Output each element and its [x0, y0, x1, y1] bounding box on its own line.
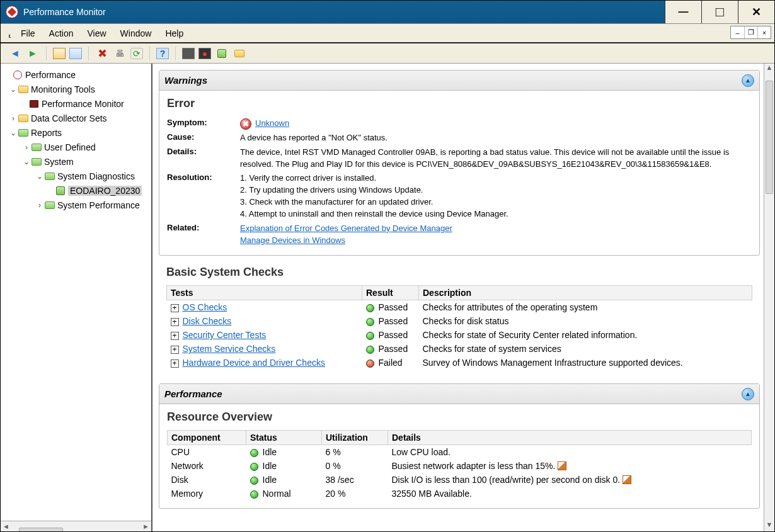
- table-row: MemoryNormal20 %32550 MB Available.: [168, 487, 752, 501]
- status-led-icon: [366, 318, 374, 326]
- error-heading: Error: [167, 97, 752, 110]
- resource-overview-table: Component Status Utilization Details CPU…: [167, 430, 752, 501]
- table-row: +Disk ChecksPassedChecks for disk status: [167, 314, 752, 328]
- open-folder-icon[interactable]: [233, 47, 246, 60]
- basic-checks-title: Basic System Checks: [166, 266, 752, 279]
- status-led-icon: [250, 449, 258, 457]
- delete-icon[interactable]: ✖: [95, 47, 109, 60]
- menu-view[interactable]: View: [87, 28, 106, 38]
- status-led-icon: [366, 304, 374, 312]
- vertical-scrollbar[interactable]: ▲▼: [764, 64, 774, 531]
- menu-file[interactable]: File: [21, 28, 35, 38]
- minimize-button[interactable]: —: [665, 1, 701, 23]
- forward-icon[interactable]: ►: [26, 47, 40, 60]
- show-hide-tree-icon[interactable]: [53, 48, 66, 59]
- basic-checks-panel: Basic System Checks Tests Result Descrip…: [159, 262, 760, 377]
- check-link[interactable]: OS Checks: [183, 302, 227, 312]
- window-title: Performance Monitor: [23, 7, 665, 17]
- collapse-icon[interactable]: ▲: [742, 74, 754, 87]
- table-row: +System Service ChecksPassedChecks for s…: [167, 342, 752, 356]
- system-menu-icon[interactable]: ⸤: [8, 28, 11, 38]
- tree-system[interactable]: ⌄System: [3, 154, 149, 169]
- basic-checks-table: Tests Result Description +OS ChecksPasse…: [166, 285, 752, 370]
- mdi-minimize-button[interactable]: –: [731, 26, 744, 38]
- table-row: CPUIdle6 %Low CPU load.: [168, 445, 752, 460]
- title-bar: Performance Monitor — □ ✕: [1, 1, 774, 23]
- tree-user-defined[interactable]: ›User Defined: [3, 140, 149, 154]
- check-link[interactable]: Security Center Tests: [183, 330, 267, 340]
- tree-monitoring-tools[interactable]: ⌄Monitoring Tools: [3, 82, 149, 96]
- print-icon[interactable]: 🖶: [113, 47, 127, 60]
- expand-icon[interactable]: +: [171, 332, 179, 340]
- related-link-1[interactable]: Explanation of Error Codes Generated by …: [240, 224, 452, 233]
- expand-icon[interactable]: +: [171, 304, 179, 312]
- stop-icon[interactable]: [182, 48, 195, 59]
- check-link[interactable]: Hardware Device and Driver Checks: [183, 358, 325, 368]
- record-icon[interactable]: ●: [198, 48, 211, 59]
- check-link[interactable]: System Service Checks: [183, 344, 276, 354]
- status-led-icon: [250, 490, 258, 499]
- status-led-icon: [250, 477, 258, 485]
- tree-root[interactable]: Performance: [3, 67, 149, 82]
- tree-reports[interactable]: ⌄Reports: [3, 125, 149, 140]
- symptom-link[interactable]: Unknown: [255, 118, 289, 128]
- expand-icon[interactable]: +: [171, 359, 179, 368]
- table-row: NetworkIdle0 %Busiest network adapter is…: [168, 459, 752, 473]
- help-icon[interactable]: ?: [156, 48, 169, 59]
- tree-system-diagnostics[interactable]: ⌄System Diagnostics: [3, 169, 149, 183]
- error-icon: ✖: [240, 118, 251, 130]
- menu-bar: ⸤ File Action View Window Help – ❐ ×: [1, 23, 774, 43]
- warnings-title: Warnings: [164, 75, 207, 86]
- toolbar: ◄ ► ✖ 🖶 ⟳ ? ●: [1, 43, 774, 64]
- check-link[interactable]: Disk Checks: [183, 316, 232, 326]
- menu-window[interactable]: Window: [120, 28, 152, 38]
- resource-overview-title: Resource Overview: [167, 410, 752, 424]
- mdi-restore-button[interactable]: ❐: [744, 26, 757, 38]
- tree-system-performance[interactable]: ›System Performance: [3, 198, 149, 212]
- related-link-2[interactable]: Manage Devices in Windows: [240, 235, 345, 245]
- back-icon[interactable]: ◄: [8, 47, 22, 60]
- expand-icon[interactable]: +: [171, 346, 179, 354]
- tree-perfmon[interactable]: Performance Monitor: [3, 96, 149, 111]
- menu-action[interactable]: Action: [49, 28, 74, 38]
- report-icon[interactable]: [215, 47, 229, 60]
- tree-selected-report[interactable]: EODAIRO_20230: [3, 183, 149, 198]
- table-row: +OS ChecksPassedChecks for attributes of…: [167, 300, 752, 315]
- performance-title: Performance: [164, 388, 222, 399]
- app-icon: [6, 6, 18, 18]
- properties-icon[interactable]: [69, 48, 82, 59]
- status-led-icon: [366, 332, 374, 340]
- tree-data-collector-sets[interactable]: ›Data Collector Sets: [3, 111, 149, 125]
- maximize-button[interactable]: □: [701, 1, 738, 23]
- status-led-icon: [250, 463, 258, 471]
- status-led-icon: [366, 359, 374, 368]
- status-led-icon: [366, 346, 374, 354]
- report-pane: Warnings▲ Error Symptom:✖Unknown Cause:A…: [152, 64, 764, 531]
- collapse-icon[interactable]: ▲: [742, 388, 754, 400]
- expand-icon[interactable]: +: [171, 318, 179, 326]
- edit-icon[interactable]: [558, 461, 566, 470]
- refresh-icon[interactable]: ⟳: [130, 48, 143, 59]
- table-row: +Security Center TestsPassedChecks for s…: [167, 328, 752, 342]
- menu-help[interactable]: Help: [165, 28, 183, 38]
- table-row: DiskIdle38 /secDisk I/O is less than 100…: [168, 473, 752, 487]
- edit-icon[interactable]: [623, 475, 631, 484]
- close-button[interactable]: ✕: [738, 1, 774, 23]
- warnings-panel: Warnings▲ Error Symptom:✖Unknown Cause:A…: [159, 70, 760, 256]
- tree-horizontal-scrollbar[interactable]: ◄►: [1, 521, 151, 531]
- performance-panel: Performance▲ Resource Overview Component…: [159, 383, 760, 509]
- nav-tree: Performance ⌄Monitoring Tools Performanc…: [1, 64, 152, 531]
- table-row: +Hardware Device and Driver ChecksFailed…: [167, 356, 752, 370]
- mdi-close-button[interactable]: ×: [757, 26, 771, 38]
